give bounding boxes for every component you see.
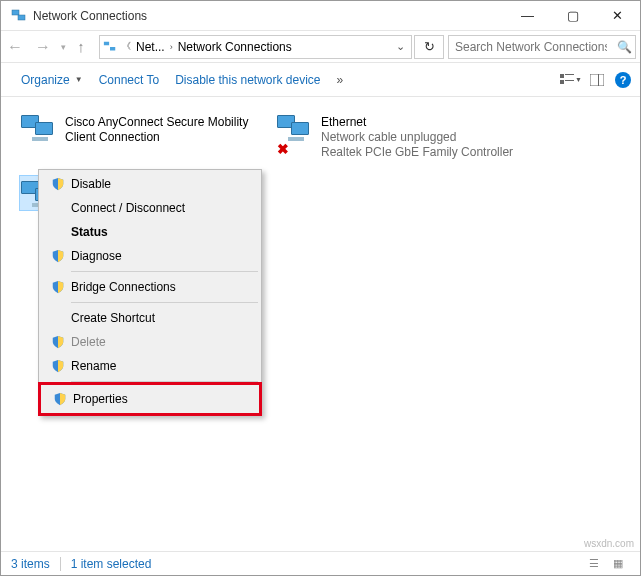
back-button[interactable]: ← <box>1 33 29 61</box>
address-icon <box>100 40 120 54</box>
view-options-button[interactable]: ▼ <box>558 69 584 91</box>
menu-item-label: Status <box>69 225 108 239</box>
connection-name: Cisco AnyConnect Secure Mobility Client … <box>65 115 265 145</box>
unplugged-icon: ✖ <box>277 141 289 157</box>
menu-item-delete: Delete <box>41 330 259 354</box>
chevron-icon: 《 <box>120 40 133 53</box>
chevron-icon: › <box>168 42 175 52</box>
menu-item-label: Properties <box>71 392 128 406</box>
shield-icon <box>47 280 69 294</box>
connection-icon <box>15 113 65 161</box>
close-button[interactable]: ✕ <box>595 1 640 30</box>
maximize-button[interactable]: ▢ <box>550 1 595 30</box>
address-dropdown[interactable]: ⌄ <box>389 40 411 53</box>
menu-item-label: Connect / Disconnect <box>69 201 185 215</box>
connect-to-button[interactable]: Connect To <box>91 69 168 91</box>
up-button[interactable]: ↑ <box>69 38 93 55</box>
connection-icon: ✖ <box>271 113 321 161</box>
svg-rect-7 <box>565 80 574 81</box>
svg-rect-9 <box>598 74 599 86</box>
shield-icon <box>47 335 69 349</box>
menu-item-create-shortcut[interactable]: Create Shortcut <box>41 306 259 330</box>
breadcrumb-segment[interactable]: Net... <box>133 40 168 54</box>
disable-device-button[interactable]: Disable this network device <box>167 69 328 91</box>
overflow-button[interactable]: » <box>329 73 352 87</box>
details-view-icon[interactable]: ☰ <box>582 557 606 570</box>
navbar: ← → ▾ ↑ 《 Net... › Network Connections ⌄… <box>1 31 640 63</box>
status-bar: 3 items 1 item selected ☰ ▦ <box>1 551 640 575</box>
history-dropdown[interactable]: ▾ <box>57 42 69 52</box>
svg-rect-3 <box>110 47 115 51</box>
divider <box>60 557 61 571</box>
connection-status: Network cable unplugged <box>321 130 521 145</box>
connection-device: Realtek PCIe GbE Family Controller <box>321 145 521 160</box>
menu-item-rename[interactable]: Rename <box>41 354 259 378</box>
highlighted-menu-item: Properties <box>38 382 262 416</box>
help-icon: ? <box>615 72 631 88</box>
menu-item-label: Delete <box>69 335 106 349</box>
search-box[interactable]: 🔍 <box>448 35 636 59</box>
svg-rect-1 <box>18 15 25 20</box>
large-icons-view-icon[interactable]: ▦ <box>606 557 630 570</box>
menu-item-label: Create Shortcut <box>69 311 155 325</box>
minimize-button[interactable]: — <box>505 1 550 30</box>
shield-icon <box>49 392 71 406</box>
refresh-button[interactable]: ↻ <box>414 35 444 59</box>
shield-icon <box>47 359 69 373</box>
menu-item-label: Diagnose <box>69 249 122 263</box>
menu-item-diagnose[interactable]: Diagnose <box>41 244 259 268</box>
menu-item-disable[interactable]: Disable <box>41 172 259 196</box>
breadcrumb-segment[interactable]: Network Connections <box>175 40 295 54</box>
address-bar[interactable]: 《 Net... › Network Connections ⌄ <box>99 35 412 59</box>
connection-name: Ethernet <box>321 115 521 130</box>
window-title: Network Connections <box>33 9 505 23</box>
organize-label: Organize <box>21 73 70 87</box>
content-area: Cisco AnyConnect Secure Mobility Client … <box>1 99 640 551</box>
shield-icon <box>47 249 69 263</box>
search-icon[interactable]: 🔍 <box>613 40 635 54</box>
svg-rect-8 <box>590 74 604 86</box>
svg-rect-6 <box>560 80 564 84</box>
item-count: 3 items <box>11 557 50 571</box>
help-button[interactable]: ? <box>610 69 636 91</box>
context-menu: DisableConnect / DisconnectStatusDiagnos… <box>38 169 262 416</box>
menu-separator <box>71 271 258 272</box>
connection-item-ethernet[interactable]: ✖ Ethernet Network cable unplugged Realt… <box>271 113 521 161</box>
shield-icon <box>47 177 69 191</box>
selection-count: 1 item selected <box>71 557 152 571</box>
titlebar: Network Connections — ▢ ✕ <box>1 1 640 31</box>
menu-item-label: Bridge Connections <box>69 280 176 294</box>
preview-pane-button[interactable] <box>584 69 610 91</box>
menu-item-connect-disconnect[interactable]: Connect / Disconnect <box>41 196 259 220</box>
menu-item-bridge-connections[interactable]: Bridge Connections <box>41 275 259 299</box>
svg-rect-2 <box>104 41 109 45</box>
menu-item-label: Disable <box>69 177 111 191</box>
search-input[interactable] <box>449 40 613 54</box>
organize-menu[interactable]: Organize ▼ <box>13 69 91 91</box>
forward-button[interactable]: → <box>29 33 57 61</box>
command-bar: Organize ▼ Connect To Disable this netwo… <box>1 63 640 97</box>
svg-rect-0 <box>12 10 19 15</box>
menu-item-status[interactable]: Status <box>41 220 259 244</box>
watermark: wsxdn.com <box>584 538 634 549</box>
menu-item-properties[interactable]: Properties <box>43 387 257 411</box>
menu-separator <box>71 302 258 303</box>
svg-rect-5 <box>565 74 574 75</box>
connection-item-cisco[interactable]: Cisco AnyConnect Secure Mobility Client … <box>15 113 265 161</box>
app-icon <box>11 8 27 24</box>
dropdown-icon: ▼ <box>75 75 83 84</box>
svg-rect-4 <box>560 74 564 78</box>
menu-item-label: Rename <box>69 359 116 373</box>
